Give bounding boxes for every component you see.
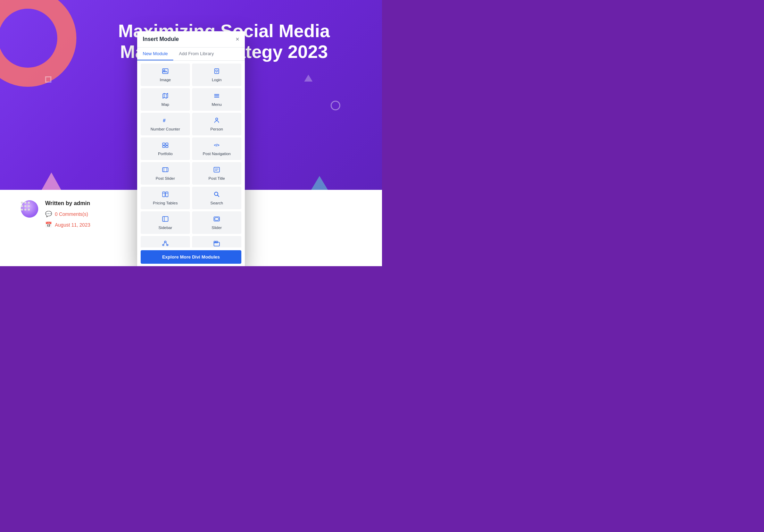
menu-module-label: Menu [212, 102, 222, 107]
svg-rect-15 [163, 168, 168, 172]
image-module-label: Image [160, 78, 171, 82]
insert-module-modal: Insert Module × New Module Add From Libr… [137, 31, 245, 266]
post-navigation-module-label: Post Navigation [203, 152, 231, 156]
tab-add-from-library[interactable]: Add From Library [173, 48, 219, 60]
post-navigation-module-icon: </> [213, 142, 220, 150]
login-module-icon [213, 68, 220, 76]
post-slider-module-icon [162, 166, 169, 174]
svg-rect-2 [215, 69, 219, 74]
sidebar-module-icon [162, 216, 169, 223]
modal-tabs: New Module Add From Library [137, 48, 245, 61]
svg-rect-12 [163, 146, 165, 147]
pricing-tables-module-icon [162, 191, 169, 199]
svg-point-25 [215, 192, 218, 196]
svg-rect-30 [215, 218, 218, 220]
module-item-person[interactable]: Person [192, 113, 241, 135]
svg-rect-27 [163, 217, 168, 221]
svg-point-35 [167, 244, 168, 246]
module-item-sidebar[interactable]: Sidebar [141, 211, 190, 234]
module-item-number-counter[interactable]: # Number Counter [141, 113, 190, 135]
sidebar-module-label: Sidebar [158, 226, 172, 230]
module-grid: Image Login [141, 64, 241, 247]
svg-rect-3 [216, 70, 218, 71]
map-module-icon [162, 92, 169, 100]
svg-rect-22 [166, 192, 168, 197]
module-item-social-media-follow[interactable]: Social Media Follow [141, 236, 190, 247]
slider-module-icon [213, 216, 220, 223]
module-item-post-navigation[interactable]: </> Post Navigation [192, 137, 241, 160]
svg-rect-10 [163, 143, 165, 145]
pricing-tables-module-label: Pricing Tables [153, 201, 177, 205]
number-counter-module-icon: # [162, 117, 169, 125]
module-item-login[interactable]: Login [192, 64, 241, 86]
module-item-menu[interactable]: Menu [192, 88, 241, 111]
explore-modules-button[interactable]: Explore More Divi Modules [141, 250, 241, 264]
svg-point-34 [163, 244, 164, 246]
modal-header: Insert Module × [137, 31, 245, 48]
module-item-map[interactable]: Map [141, 88, 190, 111]
post-title-module-icon [213, 166, 220, 174]
tab-new-module[interactable]: New Module [137, 48, 173, 60]
search-module-label: Search [210, 201, 223, 205]
module-item-post-title[interactable]: Post Title [192, 162, 241, 185]
login-module-label: Login [212, 78, 222, 82]
svg-rect-21 [163, 192, 165, 197]
menu-module-icon [213, 92, 220, 100]
svg-point-4 [216, 72, 217, 73]
svg-rect-13 [166, 146, 168, 147]
module-item-tabs[interactable]: Tabs [192, 236, 241, 247]
module-item-pricing-tables[interactable]: Pricing Tables [141, 187, 190, 209]
svg-text:#: # [163, 118, 166, 123]
svg-rect-0 [163, 69, 168, 74]
modal-title: Insert Module [143, 36, 179, 42]
image-module-icon [162, 68, 169, 76]
person-module-icon [213, 117, 220, 125]
svg-line-37 [166, 243, 167, 245]
person-module-label: Person [210, 127, 223, 131]
post-slider-module-label: Post Slider [156, 176, 175, 180]
module-item-portfolio[interactable]: Portfolio [141, 137, 190, 160]
portfolio-module-label: Portfolio [158, 152, 173, 156]
map-module-label: Map [161, 102, 169, 107]
svg-rect-11 [166, 143, 168, 145]
portfolio-module-icon [162, 142, 169, 150]
tabs-module-icon [213, 240, 220, 247]
post-title-module-label: Post Title [208, 176, 225, 180]
module-item-slider[interactable]: Slider [192, 211, 241, 234]
slider-module-label: Slider [211, 226, 222, 230]
svg-line-36 [164, 243, 165, 245]
social-media-follow-module-icon [162, 240, 169, 247]
module-item-image[interactable]: Image [141, 64, 190, 86]
module-item-search[interactable]: Search [192, 187, 241, 209]
modal-overlay: Insert Module × New Module Add From Libr… [0, 0, 382, 266]
modal-module-list[interactable]: Image Login [137, 61, 245, 247]
search-module-icon [213, 191, 220, 199]
svg-text:</>: </> [214, 143, 219, 147]
modal-close-button[interactable]: × [235, 36, 239, 42]
module-item-post-slider[interactable]: Post Slider [141, 162, 190, 185]
svg-point-9 [216, 118, 218, 120]
number-counter-module-label: Number Counter [150, 127, 180, 131]
svg-line-26 [218, 195, 219, 197]
svg-rect-18 [214, 167, 219, 172]
